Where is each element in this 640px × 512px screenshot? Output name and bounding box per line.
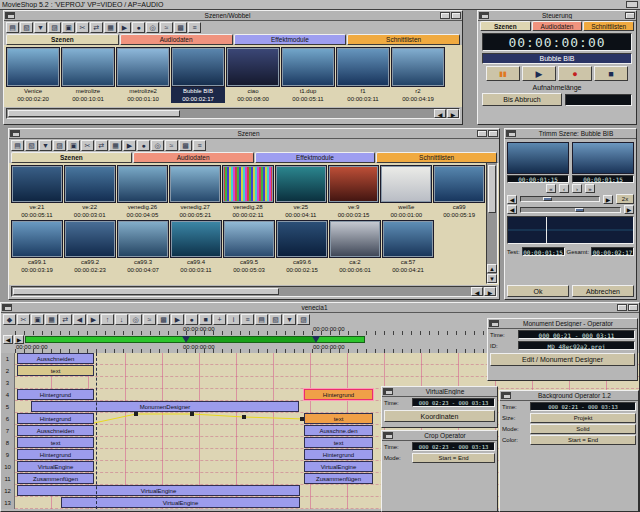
scroll-down-icon[interactable]: ▼ — [487, 274, 497, 283]
vertical-scrollbar[interactable]: ▲ ▼ — [486, 162, 498, 284]
scissors-icon[interactable]: ✂ — [81, 140, 94, 151]
timeline-block-hintergrund[interactable]: Hintergrund — [17, 413, 94, 424]
time-field[interactable]: 000 02:23 - 000 03:13 — [412, 398, 495, 407]
timeline-block-virtualengine[interactable]: VirtualEngine — [304, 461, 373, 472]
timeline-block-text[interactable]: text — [17, 437, 94, 448]
copy-icon[interactable]: ▣ — [62, 22, 75, 33]
waveform-display[interactable] — [507, 216, 634, 244]
close-icon[interactable] — [383, 432, 393, 439]
slider-knob[interactable] — [575, 208, 584, 212]
titlebar[interactable]: VirtualEngine — [382, 387, 497, 397]
clip-f1[interactable]: f100:00:03:11 — [336, 47, 390, 105]
up-icon[interactable]: ↑ — [101, 314, 114, 325]
open-icon[interactable]: ▧ — [20, 22, 33, 33]
slider-knob[interactable] — [543, 197, 552, 201]
settings-icon[interactable]: ≡ — [193, 140, 206, 151]
play-icon[interactable]: ▶ — [118, 22, 131, 33]
slider-left-icon[interactable]: ◀ — [507, 195, 517, 204]
color-cycle[interactable]: Start = End — [530, 435, 636, 445]
titlebar[interactable]: Trimm Szene: Bubble BIB — [505, 129, 636, 139]
layers-icon[interactable]: ▩ — [174, 22, 187, 33]
screen-titlebar[interactable]: MovieShop 5.2 : 'VEPROJ' VP=VIDEO / AP=A… — [0, 0, 640, 10]
clip-ve-9[interactable]: ve:900:00:03:15 — [328, 165, 380, 219]
transport-pause-button[interactable]: ▮▮ — [486, 66, 520, 81]
record-icon[interactable]: ● — [185, 314, 198, 325]
range-right-icon[interactable]: ▶ — [14, 335, 24, 344]
open-icon[interactable]: ▧ — [269, 314, 282, 325]
zoom-cycle[interactable]: 2x — [616, 194, 634, 204]
depth-gadget-icon[interactable] — [451, 12, 461, 19]
save-icon[interactable]: ▼ — [39, 140, 52, 151]
transport-stop-button[interactable]: ■ — [594, 66, 628, 81]
range-marker-icon[interactable] — [312, 336, 320, 343]
wave-icon[interactable]: ≈ — [160, 22, 173, 33]
slider-right-icon[interactable]: ▶ — [624, 205, 634, 214]
zoom-icon[interactable]: ◎ — [151, 140, 164, 151]
record-icon[interactable]: ● — [132, 22, 145, 33]
titlebar[interactable]: Background Operator 1.2 — [500, 391, 638, 401]
range-left-icon[interactable]: ◀ — [3, 335, 13, 344]
close-icon[interactable] — [10, 130, 20, 137]
horizontal-scrollbar[interactable]: ◀ ▶ — [6, 108, 460, 119]
playhead[interactable] — [96, 353, 97, 509]
trim-step-forward-button[interactable]: › — [572, 184, 582, 193]
close-icon[interactable] — [479, 12, 489, 19]
zoom-icon[interactable]: ◎ — [129, 314, 142, 325]
clip-ca99-1[interactable]: ca99.100:00:03:19 — [11, 220, 63, 274]
clip-ve-21[interactable]: ve:2100:00:05:11 — [11, 165, 63, 219]
clip-venedig-28[interactable]: venedig.2800:00:02:11 — [222, 165, 274, 219]
clip-ca99-2[interactable]: ca99.200:00:02:23 — [64, 220, 116, 274]
clip-ca99-6[interactable]: ca99.600:00:02:15 — [276, 220, 328, 274]
new-icon[interactable]: ▤ — [6, 22, 19, 33]
clip-t1-dup[interactable]: t1.dup00:00:05:11 — [281, 47, 335, 105]
envelope-curve[interactable] — [94, 409, 306, 427]
tab-szenen[interactable]: Szenen — [11, 152, 132, 163]
trim-jump-end-button[interactable]: » — [585, 184, 595, 193]
clip-venedig-26[interactable]: venedig.2600:00:04:05 — [117, 165, 169, 219]
tab-audiodaten[interactable]: Audiodaten — [133, 152, 254, 163]
scrollbar-knob[interactable] — [488, 165, 496, 213]
timeline-block-text[interactable]: text — [17, 365, 94, 376]
left-icon[interactable]: ◀ — [73, 314, 86, 325]
timeline-block-hintergrund[interactable]: Hintergrund — [304, 449, 373, 460]
tab-szenen[interactable]: Szenen — [480, 21, 531, 31]
time-field[interactable]: 000 00:21 - 000 03:11 — [518, 330, 635, 339]
tab-szenen[interactable]: Szenen — [6, 34, 119, 45]
new-icon[interactable]: ▤ — [11, 140, 24, 151]
tab-schnittlisten[interactable]: Schnittlisten — [347, 34, 460, 45]
scissors-icon[interactable]: ✂ — [17, 314, 30, 325]
layers-icon[interactable]: ▩ — [179, 140, 192, 151]
scroll-left-icon[interactable]: ◀ — [471, 287, 483, 296]
tab-effektmodule[interactable]: Effektmodule — [255, 152, 376, 163]
ok-button[interactable]: Ok — [507, 285, 569, 297]
settings-icon[interactable]: ≡ — [188, 22, 201, 33]
timeline-range-bar[interactable] — [25, 336, 365, 343]
trim-step-back-button[interactable]: ‹ — [559, 184, 569, 193]
record-icon[interactable]: ● — [137, 140, 150, 151]
clip-metrolize[interactable]: metrolize00:00:10:01 — [61, 47, 115, 105]
delete-icon[interactable]: ▨ — [48, 22, 61, 33]
close-icon[interactable] — [5, 12, 15, 19]
scroll-up-icon[interactable]: ▲ — [487, 264, 497, 273]
titlebar[interactable]: Steuerung — [478, 11, 636, 21]
new-icon[interactable]: ▤ — [255, 314, 268, 325]
trim-in-preview[interactable] — [507, 142, 569, 174]
edit-monument-designer-button[interactable]: Edit / Monument Designer — [490, 353, 635, 366]
tab-audiodaten[interactable]: Audiodaten — [120, 34, 233, 45]
block-icon[interactable]: ▦ — [109, 140, 122, 151]
save-icon[interactable]: ▼ — [283, 314, 296, 325]
slider-right-icon[interactable]: ▶ — [603, 195, 613, 204]
time-field[interactable]: 000 02:23 - 000 03:13 — [412, 442, 495, 451]
swap-icon[interactable]: ⇄ — [59, 314, 72, 325]
timeline-block-hintergrund[interactable]: Hintergrund — [304, 389, 373, 400]
tab-schnittlisten[interactable]: Schnittlisten — [583, 21, 634, 31]
koordinaten-button[interactable]: Koordinaten — [384, 410, 495, 422]
wave-icon[interactable]: ≈ — [165, 140, 178, 151]
trim-jump-start-button[interactable]: « — [546, 184, 556, 193]
titlebar[interactable]: venecia1 — [1, 303, 639, 313]
titlebar[interactable]: Szenen — [9, 129, 499, 139]
delete-icon[interactable]: ▨ — [53, 140, 66, 151]
cancel-button[interactable]: Abbrechen — [572, 285, 634, 297]
clip-ca99-3[interactable]: ca99.300:00:04:07 — [117, 220, 169, 274]
scroll-right-icon[interactable]: ▶ — [447, 109, 459, 118]
